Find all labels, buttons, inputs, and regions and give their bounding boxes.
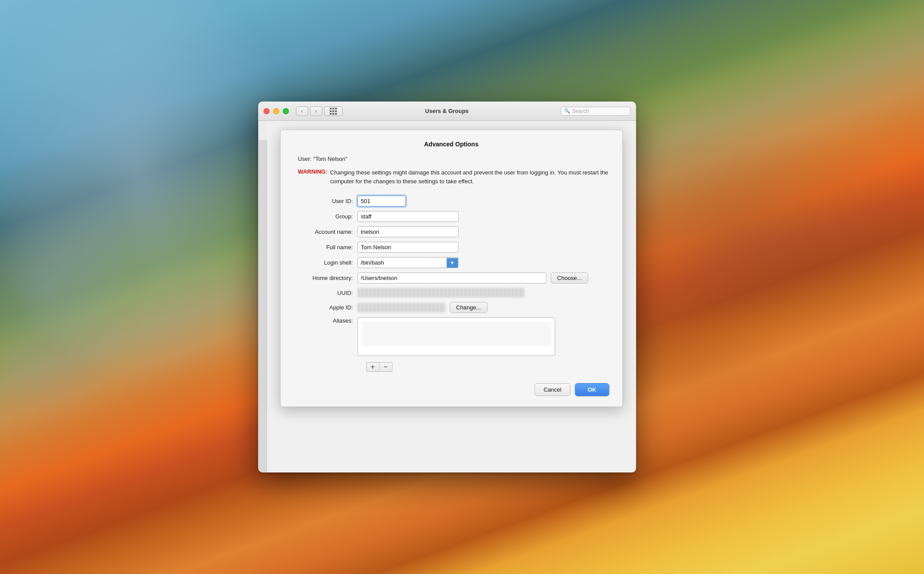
window-body: Advanced Options User: "Tom Nelson" WARN…: [258, 121, 636, 472]
forward-button[interactable]: ›: [310, 106, 322, 116]
login-shell-value: /bin/bash: [358, 258, 446, 268]
main-content: Advanced Options User: "Tom Nelson" WARN…: [267, 121, 636, 472]
back-icon: ‹: [301, 108, 303, 114]
account-name-row: Account name:: [294, 226, 609, 237]
sidebar-strip: [258, 140, 267, 472]
add-alias-button[interactable]: +: [366, 362, 379, 372]
user-id-label: User ID:: [294, 198, 357, 204]
plus-minus-buttons: + −: [366, 362, 609, 372]
dialog-title: Advanced Options: [294, 141, 609, 148]
dialog-footer: Cancel OK: [294, 381, 609, 396]
maximize-button[interactable]: [283, 108, 289, 114]
nav-buttons: ‹ ›: [296, 106, 322, 116]
minimize-button[interactable]: [273, 108, 279, 114]
form-rows: User ID: Group: Account name:: [294, 196, 609, 356]
full-name-label: Full name:: [294, 244, 357, 251]
login-shell-select[interactable]: /bin/bash ▼: [357, 257, 458, 268]
title-bar: ‹ › Users & Groups 🔍 Search: [258, 102, 636, 121]
search-bar[interactable]: 🔍 Search: [560, 107, 630, 116]
forward-icon: ›: [315, 108, 317, 114]
users-groups-window: ‹ › Users & Groups 🔍 Search Advanced Opt…: [258, 102, 636, 472]
login-shell-row: Login shell: /bin/bash ▼: [294, 257, 609, 268]
aliases-row: Aliases:: [294, 317, 609, 356]
user-id-row: User ID:: [294, 196, 609, 207]
window-title: Users & Groups: [425, 108, 469, 114]
login-shell-label: Login shell:: [294, 259, 357, 266]
group-row: Group:: [294, 211, 609, 222]
close-button[interactable]: [263, 108, 269, 114]
account-name-input[interactable]: [357, 226, 458, 237]
search-icon: 🔍: [564, 108, 570, 114]
user-id-input[interactable]: [357, 196, 406, 207]
home-directory-row: Home directory: Choose...: [294, 272, 609, 283]
grid-icon: [330, 108, 337, 115]
home-directory-input[interactable]: [357, 272, 546, 283]
aliases-content: [361, 321, 551, 348]
apple-id-label: Apple ID:: [294, 304, 357, 311]
change-button[interactable]: Change...: [449, 302, 487, 313]
home-directory-label: Home directory:: [294, 275, 357, 281]
back-button[interactable]: ‹: [296, 106, 308, 116]
grid-view-button[interactable]: [324, 106, 342, 116]
uuid-label: UUID:: [294, 290, 357, 296]
traffic-lights: [263, 108, 289, 114]
warning-text: Changing these settings might damage thi…: [330, 168, 609, 186]
apple-id-value: [357, 303, 445, 312]
uuid-row: UUID:: [294, 288, 609, 298]
advanced-options-dialog: Advanced Options User: "Tom Nelson" WARN…: [280, 130, 623, 407]
chevron-down-icon: ▼: [446, 258, 458, 268]
group-input[interactable]: [357, 211, 458, 222]
ok-button[interactable]: OK: [575, 383, 609, 396]
remove-alias-button[interactable]: −: [379, 362, 392, 372]
group-label: Group:: [294, 213, 357, 220]
apple-id-row: Apple ID: Change...: [294, 302, 609, 313]
aliases-textarea[interactable]: [357, 317, 555, 356]
warning-block: WARNING: Changing these settings might d…: [298, 168, 609, 186]
full-name-row: Full name:: [294, 242, 609, 253]
aliases-label: Aliases:: [294, 317, 357, 324]
cancel-button[interactable]: Cancel: [534, 383, 570, 396]
search-placeholder: Search: [572, 108, 589, 114]
warning-label: WARNING:: [298, 168, 327, 175]
user-label: User: "Tom Nelson": [298, 156, 609, 162]
uuid-value: [357, 288, 524, 298]
full-name-input[interactable]: [357, 242, 458, 253]
choose-button[interactable]: Choose...: [551, 272, 588, 283]
account-name-label: Account name:: [294, 229, 357, 235]
